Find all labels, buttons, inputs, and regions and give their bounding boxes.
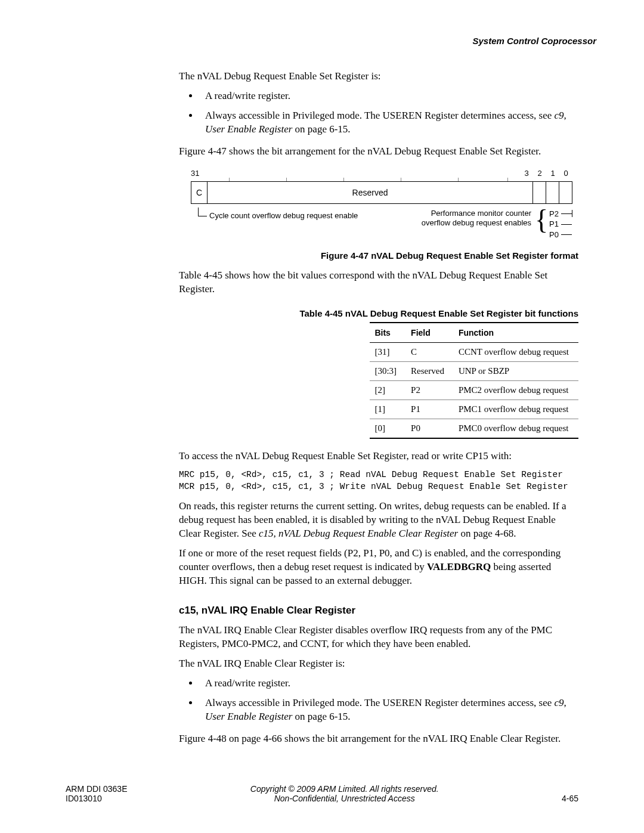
bit-label-3: 3	[520, 169, 533, 178]
bit-label-2: 2	[533, 169, 546, 178]
register-figure: 31 3 2 1 0 C Reserved	[191, 167, 572, 240]
table-row: [1] P1 PMC1 overflow debug request	[370, 400, 578, 419]
reg-cell-reserved: Reserved	[208, 182, 533, 203]
doc-number: ARM DDI 0363E	[66, 784, 127, 794]
code-block: MRC p15, 0, <Rd>, c15, c1, 3 ; Read nVAL…	[179, 469, 578, 493]
confidentiality-text: Non-Confidential, Unrestricted Access	[127, 794, 561, 803]
p1-label: P1	[549, 219, 559, 230]
page-footer: ARM DDI 0363E ID013010 Copyright © 2009 …	[66, 772, 578, 803]
table-row: [0] P0 PMC0 overflow debug request	[370, 419, 578, 439]
irq-is-text: The nVAL IRQ Enable Clear Register is:	[179, 657, 578, 671]
perf-counter-label-2: overflow debug request enables	[422, 218, 531, 228]
bit-functions-table: Bits Field Function [31] C CCNT overflow…	[370, 322, 578, 439]
reg-cell-p1	[546, 182, 559, 203]
table-ref-text: Table 4-45 shows how the bit values corr…	[179, 269, 578, 296]
th-bits: Bits	[370, 323, 406, 343]
bullet2-rw: A read/write register.	[199, 677, 578, 690]
th-function: Function	[454, 323, 578, 343]
valedbgrq-signal: VALEDBGRQ	[427, 561, 491, 572]
doc-id: ID013010	[66, 794, 127, 803]
clear-reg-link: c15, nVAL Debug Request Enable Clear Reg…	[259, 528, 458, 539]
reg-cell-c: C	[191, 182, 208, 203]
bullet2-access: Always accessible in Privileged mode. Th…	[199, 696, 578, 724]
table-caption: Table 4-45 nVAL Debug Request Enable Set…	[179, 308, 578, 318]
intro-text: The nVAL Debug Request Enable Set Regist…	[179, 70, 578, 83]
figure-caption: Figure 4-47 nVAL Debug Request Enable Se…	[179, 250, 578, 261]
reset-text: If one or more of the reset request fiel…	[179, 547, 578, 588]
p2-label: P2	[549, 209, 559, 219]
copyright-text: Copyright © 2009 ARM Limited. All rights…	[127, 784, 561, 794]
bit-label-1: 1	[546, 169, 559, 178]
access-text: To access the nVAL Debug Request Enable …	[179, 450, 578, 463]
perf-counter-label-1: Performance monitor counter	[422, 209, 531, 218]
fig48-ref-text: Figure 4-48 on page 4-66 shows the bit a…	[179, 732, 578, 746]
bullet-access: Always accessible in Privileged mode. Th…	[199, 109, 578, 137]
reg-cell-p2	[533, 182, 546, 203]
th-field: Field	[406, 323, 454, 343]
table-row: [31] C CCNT overflow debug request	[370, 343, 578, 362]
section-header: System Control Coprocessor	[66, 36, 596, 46]
p0-label: P0	[549, 230, 559, 240]
bit-label-0: 0	[559, 169, 572, 178]
bullet-access-suffix: on page 6-15.	[292, 123, 350, 135]
brace-icon: {	[535, 208, 548, 232]
reads-text: On reads, this register returns the curr…	[179, 500, 578, 541]
page-number: 4-65	[562, 794, 578, 803]
section-heading: c15, nVAL IRQ Enable Clear Register	[179, 605, 578, 617]
bullet-rw: A read/write register.	[199, 89, 578, 103]
bullet-access-prefix: Always accessible in Privileged mode. Th…	[205, 110, 555, 121]
fig-ref-text: Figure 4-47 shows the bit arrangement fo…	[179, 145, 578, 159]
irq-desc-text: The nVAL IRQ Enable Clear Register disab…	[179, 624, 578, 651]
bit-label-31: 31	[191, 169, 208, 178]
cycle-count-label: Cycle count overflow debug request enabl…	[209, 211, 358, 220]
table-row: [30:3] Reserved UNP or SBZP	[370, 362, 578, 381]
table-row: [2] P2 PMC2 overflow debug request	[370, 381, 578, 400]
reg-cell-p0	[559, 182, 572, 203]
